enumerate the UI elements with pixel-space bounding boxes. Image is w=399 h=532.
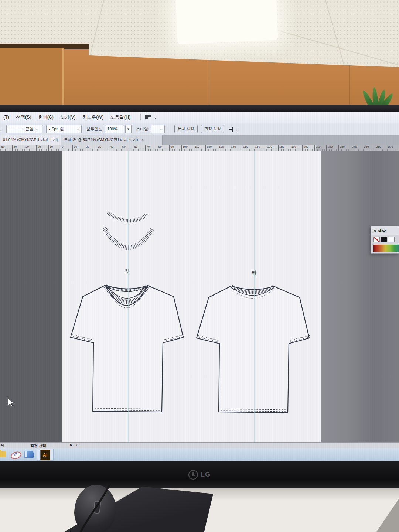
opacity-label[interactable]: 불투명도: xyxy=(86,126,103,132)
menu-divider xyxy=(140,114,141,120)
mouse-cable xyxy=(66,458,177,532)
document-tab-2[interactable]: 무제-2* @ 83.74% (CMYK/GPU 미리 보기) × xyxy=(61,135,163,145)
ruler-number: 240 xyxy=(351,145,363,151)
ruler-number: 50 xyxy=(0,145,12,151)
scrollbar-left-glyph[interactable]: ▶| xyxy=(1,443,4,447)
ruler-number: 220 xyxy=(326,145,338,151)
workspace-switcher-icon[interactable] xyxy=(145,115,151,119)
ruler-number: 40 xyxy=(109,145,121,151)
opacity-input[interactable]: 100% xyxy=(105,125,124,133)
stroke-profile-dropdown[interactable]: 균일 ⌄ xyxy=(6,125,42,133)
brush-dropdown[interactable]: • 5pt. 원 ⌄ xyxy=(46,125,82,133)
ruler-number: 70 xyxy=(145,145,157,151)
ruler-number: 0 xyxy=(61,145,73,151)
desk-edge xyxy=(373,499,399,532)
opacity-expand-button[interactable]: > xyxy=(125,125,131,133)
color-spectrum-bar[interactable] xyxy=(373,245,399,252)
ruler-number: 120 xyxy=(205,145,218,151)
status-menu-arrow[interactable]: ▶ xyxy=(70,443,72,447)
ceiling-light xyxy=(175,0,278,44)
partition-edge xyxy=(62,48,64,105)
front-label[interactable]: 앞 xyxy=(124,268,129,274)
chevron-down-icon[interactable]: ⌄ xyxy=(0,127,2,131)
ruler-number: 20 xyxy=(36,145,48,151)
menu-bar: (T)선택(S)효과(C)보기(V)윈도우(W)도움말(H) xyxy=(0,112,399,123)
collapse-icon[interactable]: ≎ xyxy=(373,229,376,233)
ruler-number: 150 xyxy=(242,145,254,151)
status-scroll-glyph[interactable]: ‹ xyxy=(76,443,77,447)
status-bar: ▶| 직접 선택 ▶ ‹ xyxy=(0,442,399,449)
ruler-number: 250 xyxy=(363,145,375,151)
snipping-tool-icon[interactable]: ✂ xyxy=(11,451,21,458)
stroke-value: 균일 xyxy=(25,126,33,132)
desk xyxy=(0,488,399,532)
style-dropdown[interactable]: ⌄ xyxy=(151,125,165,133)
close-icon[interactable]: × xyxy=(140,138,143,142)
ruler-number: 40 xyxy=(12,145,24,151)
ruler-number: 80 xyxy=(157,145,169,151)
mouse-cursor xyxy=(8,398,13,406)
ruler-number: 20 xyxy=(85,145,97,151)
menu-item[interactable]: 윈도우(W) xyxy=(79,114,107,120)
chevron-down-icon[interactable]: ⌄ xyxy=(35,127,38,131)
ruler-number: 130 xyxy=(218,145,230,151)
style-label: 스타일: xyxy=(136,126,149,132)
tab-label: 무제-2* @ 83.74% (CMYK/GPU 미리 보기) xyxy=(64,137,138,143)
illustrator-taskbar-highlight: Ai xyxy=(37,449,54,461)
plant xyxy=(358,83,395,105)
office-photo: (T)선택(S)효과(C)보기(V)윈도우(W)도움말(H) ⌄ ⌄ 균일 ⌄ … xyxy=(0,0,399,532)
control-bar: ⌄ 균일 ⌄ • 5pt. 원 ⌄ 불투명도: 100% > 스타일: ⌄ 문서… xyxy=(0,123,399,136)
ruler-number: 50 xyxy=(121,145,133,151)
stroke-preview xyxy=(8,129,23,130)
ruler-number: 10 xyxy=(72,145,85,151)
monitor-top-bezel xyxy=(0,105,399,112)
ruler-number: 230 xyxy=(338,145,351,151)
ruler-number: 90 xyxy=(169,145,181,151)
document-tab-1[interactable]: 01.04% (CMYK/GPU 미리 보기) × xyxy=(0,135,61,145)
preferences-button[interactable]: 환경 설정 xyxy=(201,125,224,133)
canvas-area[interactable]: 앞 뒤 xyxy=(0,151,399,442)
tab-label: 01.04% (CMYK/GPU 미리 보기) xyxy=(3,137,58,143)
align-icon[interactable] xyxy=(229,127,234,132)
ruler-number: 160 xyxy=(254,145,266,151)
chevron-down-icon[interactable]: ⌄ xyxy=(236,127,239,131)
chevron-down-icon[interactable]: ⌄ xyxy=(76,127,79,131)
ruler-number: 110 xyxy=(194,145,206,151)
menu-item[interactable]: (T) xyxy=(0,115,13,120)
none-swatch[interactable] xyxy=(373,237,380,242)
ruler-number: 30 xyxy=(24,145,36,151)
menu-item[interactable]: 효과(C) xyxy=(35,114,57,120)
lg-logo-icon xyxy=(188,470,198,480)
back-label[interactable]: 뒤 xyxy=(251,270,256,276)
ruler-number: 260 xyxy=(375,145,387,151)
folder-icon[interactable] xyxy=(0,451,6,457)
ruler-number: 10 xyxy=(48,145,61,151)
menu-item[interactable]: 도움말(H) xyxy=(107,114,134,120)
brush-dot: • xyxy=(48,127,50,131)
chevron-down-icon[interactable]: ⌄ xyxy=(160,127,163,131)
menu-item[interactable]: 선택(S) xyxy=(13,114,35,120)
document-setup-button[interactable]: 문서 설정 xyxy=(174,125,198,133)
ruler-number: 60 xyxy=(133,145,145,151)
menu-item[interactable]: 보기(V) xyxy=(57,114,79,120)
ruler-number: 30 xyxy=(97,145,109,151)
chevron-down-icon[interactable]: ⌄ xyxy=(154,115,157,119)
current-tool-indicator[interactable]: 직접 선택 xyxy=(30,443,46,449)
ruler-number: 140 xyxy=(230,145,242,151)
monitor-bottom-bezel: LG xyxy=(0,461,399,488)
taskbar: ✂ Ai xyxy=(0,448,399,461)
color-panel-title: 색상 xyxy=(378,228,386,233)
tshirt-front-drawing[interactable] xyxy=(71,285,184,412)
black-swatch[interactable] xyxy=(381,237,387,242)
notebook-app-icon[interactable] xyxy=(24,451,34,458)
ruler-number: 180 xyxy=(278,145,290,151)
white-swatch[interactable] xyxy=(388,237,395,242)
horizontal-ruler[interactable]: 5040302010010203040506070809010011012013… xyxy=(0,145,399,151)
color-panel-header[interactable]: ≎ 색상 xyxy=(371,226,399,235)
monitor-screen: (T)선택(S)효과(C)보기(V)윈도우(W)도움말(H) ⌄ ⌄ 균일 ⌄ … xyxy=(0,112,399,461)
tshirt-back-drawing[interactable] xyxy=(197,286,310,413)
lg-logo-text: LG xyxy=(201,471,211,478)
options-divider xyxy=(168,126,168,132)
ceiling-grid-line xyxy=(324,0,345,68)
illustrator-icon[interactable]: Ai xyxy=(40,450,50,460)
